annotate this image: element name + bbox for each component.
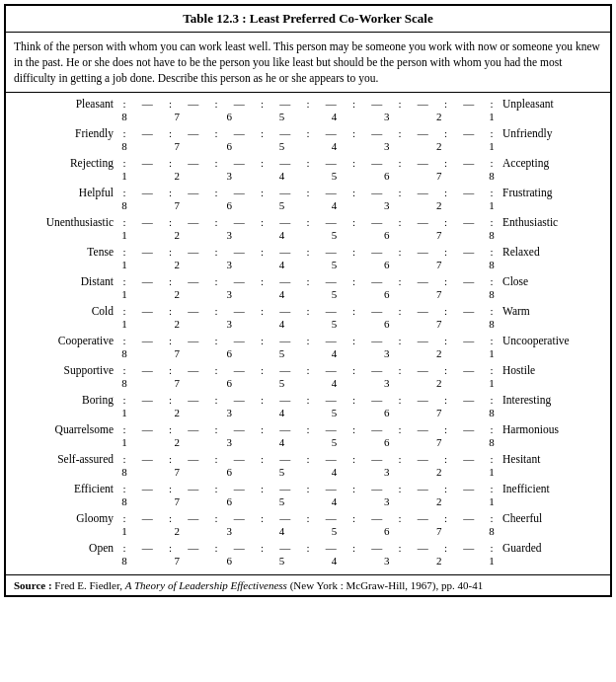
scale-pair: Tense:—:—:—:—:—:—:—:—:Relaxed12345678 [6, 245, 610, 272]
scale-mark: — [370, 512, 384, 524]
scale-mark: : [485, 542, 499, 554]
scale-mark: : [393, 364, 407, 376]
dash-row: Pleasant:—:—:—:—:—:—:—:—:Unpleasant [6, 97, 610, 111]
num-row: 12345678 [6, 259, 610, 272]
scale-number: 2 [170, 288, 184, 300]
scale-mark: : [256, 364, 270, 376]
scale-pair: Unenthusiastic:—:—:—:—:—:—:—:—:Enthusias… [6, 215, 610, 243]
left-label: Efficient [14, 483, 117, 494]
dash-row: Rejecting:—:—:—:—:—:—:—:—:Accepting [6, 156, 610, 170]
scale-mark: : [439, 483, 453, 494]
scale-mark: : [301, 305, 315, 317]
scale-number: 3 [380, 347, 394, 359]
left-label: Rejecting [14, 157, 117, 169]
scale-mark: — [140, 216, 154, 228]
scale-number: 4 [328, 347, 342, 359]
scale-mark: — [370, 246, 384, 258]
scale-mark: : [393, 423, 407, 435]
scale-mark: : [347, 305, 361, 317]
right-label: Interesting [499, 394, 602, 406]
scale-mark: : [439, 275, 453, 287]
scale-mark: — [416, 364, 429, 376]
scale-mark: : [347, 157, 361, 169]
scale-mark: : [209, 216, 223, 228]
left-label: Unenthusiastic [14, 216, 117, 228]
scale-mark: : [117, 216, 131, 228]
scale-mark: : [256, 127, 270, 139]
scale-mark: : [393, 216, 407, 228]
scale-mark: — [278, 216, 292, 228]
right-label: Hesitant [499, 453, 602, 465]
scale-mark: : [209, 98, 223, 110]
scale-mark: : [117, 335, 131, 346]
scale-mark: : [347, 335, 361, 346]
scale-mark: : [347, 512, 361, 524]
scale-number: 7 [432, 525, 446, 537]
scale-number: 1 [485, 199, 499, 211]
right-label: Cheerful [499, 512, 602, 524]
scale-number: 3 [380, 111, 394, 122]
num-row: 12345678 [6, 525, 610, 539]
left-label: Cold [14, 305, 117, 317]
scale-number: 2 [432, 140, 446, 152]
scale-mark: : [347, 98, 361, 110]
scale-marks: :—:—:—:—:—:—:—:—: [117, 187, 499, 198]
scale-number: 6 [380, 259, 394, 270]
scale-mark: — [140, 275, 154, 287]
scale-mark: — [278, 187, 292, 198]
scale-pair: Friendly:—:—:—:—:—:—:—:—:Unfriendly87654… [6, 126, 610, 154]
num-row: 12345678 [6, 170, 610, 184]
scale-number: 8 [117, 495, 131, 507]
scale-mark: : [209, 187, 223, 198]
scale-mark: : [301, 394, 315, 406]
scale-mark: : [209, 453, 223, 465]
scale-mark: — [187, 275, 200, 287]
scale-mark: : [347, 246, 361, 258]
scale-number: 6 [380, 407, 394, 418]
scale-number: 3 [222, 525, 236, 537]
scale-mark: : [301, 512, 315, 524]
right-label: Accepting [499, 157, 602, 169]
num-row: 87654321 [6, 140, 610, 154]
scale-number: 4 [328, 466, 342, 478]
scale-number: 4 [328, 377, 342, 389]
scale-number: 8 [485, 436, 499, 448]
scale-mark: — [232, 423, 246, 435]
scale-mark: — [370, 305, 384, 317]
scale-marks: :—:—:—:—:—:—:—:—: [117, 157, 499, 169]
scale-mark: — [278, 98, 292, 110]
scale-number: 6 [222, 140, 236, 152]
scale-mark: : [209, 394, 223, 406]
left-label: Quarrelsome [14, 423, 117, 435]
scale-mark: — [140, 364, 154, 376]
left-label: Distant [14, 275, 117, 287]
numbers-inner: 12345678 [117, 229, 499, 241]
scale-mark: — [187, 394, 200, 406]
num-row: 87654321 [6, 495, 610, 509]
scale-mark: : [164, 453, 178, 465]
scale-mark: — [278, 453, 292, 465]
num-row: 12345678 [6, 318, 610, 332]
scale-mark: : [117, 246, 131, 258]
scale-mark: : [164, 98, 178, 110]
scale-mark: — [187, 335, 200, 346]
scale-number: 5 [274, 495, 288, 507]
scale-number: 5 [328, 288, 342, 300]
scale-mark: — [370, 216, 384, 228]
scale-mark: : [301, 275, 315, 287]
scale-mark: : [256, 246, 270, 258]
scale-mark: — [278, 127, 292, 139]
scale-mark: : [439, 98, 453, 110]
scale-number: 4 [328, 555, 342, 567]
numbers-inner: 87654321 [117, 555, 499, 567]
scale-mark: : [256, 216, 270, 228]
scale-mark: — [416, 453, 429, 465]
scale-mark: : [485, 423, 499, 435]
scale-mark: : [301, 187, 315, 198]
scale-number: 3 [222, 259, 236, 270]
scale-mark: — [140, 157, 154, 169]
scale-mark: : [117, 394, 131, 406]
scale-mark: — [278, 246, 292, 258]
scale-mark: — [140, 187, 154, 198]
scale-mark: : [439, 364, 453, 376]
